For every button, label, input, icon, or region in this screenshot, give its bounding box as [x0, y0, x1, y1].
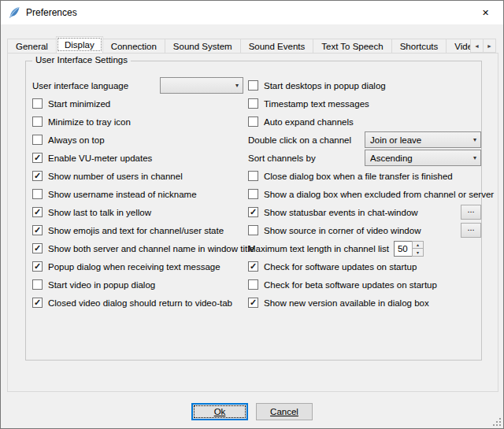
checkbox[interactable]: ✓: [248, 116, 258, 127]
spin-up-button[interactable]: ▴: [413, 242, 423, 249]
checkbox-label: Check for beta software updates on start…: [264, 280, 437, 290]
checkbox-label: Closed video dialog should return to vid…: [48, 298, 232, 308]
checkbox-row: ✓ Show number of users in channel: [32, 167, 243, 185]
close-button[interactable]: ✕: [468, 1, 503, 24]
checkbox[interactable]: ✓: [248, 189, 258, 199]
checkbox-label: Start desktops in popup dialog: [264, 81, 386, 91]
tab-label: General: [16, 42, 48, 51]
sort-channels-row: Sort channels by Ascending ▾: [248, 149, 481, 167]
checkbox-row: ✓ Show username instead of nickname: [32, 185, 243, 203]
tab-scroll-buttons: ◄ ►: [470, 39, 496, 53]
checkbox-label: Show statusbar events in chat-window: [264, 208, 418, 217]
tab-text-to-speech[interactable]: Text To Speech: [313, 39, 391, 53]
chevron-up-icon: ▴: [417, 242, 419, 247]
tab-general[interactable]: General: [7, 39, 57, 53]
ok-button[interactable]: Ok: [191, 403, 248, 420]
checkbox[interactable]: ✓: [32, 98, 43, 109]
tab-display[interactable]: Display: [56, 36, 103, 53]
tab-label: Shortcuts: [400, 42, 439, 51]
checkbox[interactable]: ✓: [32, 279, 43, 290]
video-source-config-button[interactable]: ...: [461, 223, 481, 238]
tab-shortcuts[interactable]: Shortcuts: [391, 39, 447, 53]
checkbox[interactable]: ✓: [32, 135, 43, 145]
close-icon: ✕: [482, 8, 489, 18]
tab-scroll-left-button[interactable]: ◄: [470, 39, 484, 53]
checkbox[interactable]: ✓: [248, 225, 258, 235]
checkbox-label: Show last to talk in yellow: [48, 208, 151, 217]
double-click-value: Join or leave: [370, 135, 469, 145]
checkbox[interactable]: ✓: [248, 98, 258, 109]
tab-scroll-right-button[interactable]: ►: [483, 39, 496, 53]
check-icon: ✓: [34, 208, 41, 216]
checkbox-label: Show emojis and text for channel/user st…: [48, 226, 224, 235]
max-text-length-spinner: 50 ▴ ▾: [394, 241, 424, 257]
language-label: User interface language: [32, 81, 128, 91]
checkbox-label: Show source in corner of video window: [264, 226, 421, 235]
checkbox-row: ✓ Close dialog box when a file transfer …: [248, 167, 481, 185]
checkbox[interactable]: ✓: [248, 171, 258, 181]
check-icon: ✓: [250, 298, 257, 307]
resize-grip[interactable]: [491, 416, 502, 427]
tab-sound-events[interactable]: Sound Events: [240, 39, 314, 53]
chevron-down-icon: ▾: [235, 82, 239, 89]
tab-connection[interactable]: Connection: [102, 39, 165, 53]
checkbox[interactable]: ✓: [248, 261, 258, 272]
checkbox[interactable]: ✓: [32, 116, 43, 127]
spin-down-button[interactable]: ▾: [413, 248, 423, 256]
chevron-down-icon: ▾: [417, 250, 419, 255]
language-select[interactable]: ▾: [160, 77, 243, 94]
sort-channels-label: Sort channels by: [248, 153, 316, 163]
app-icon-graphic: [8, 6, 20, 19]
double-click-row: Double click on a channel Join or leave …: [248, 131, 481, 149]
check-icon: ✓: [250, 262, 257, 271]
checkbox[interactable]: ✓: [248, 298, 258, 308]
language-row: User interface language ▾: [32, 76, 243, 94]
checkbox-row: ✓ Popup dialog when receiving text messa…: [32, 257, 243, 276]
cancel-button[interactable]: Cancel: [256, 403, 313, 420]
checkbox[interactable]: ✓: [248, 279, 258, 290]
checkbox-row: ✓ Start desktops in popup dialog: [248, 76, 481, 94]
sort-channels-value: Ascending: [370, 153, 469, 163]
checkbox[interactable]: ✓: [32, 189, 43, 199]
checkbox[interactable]: ✓: [32, 298, 43, 308]
checkbox[interactable]: ✓: [32, 171, 43, 181]
checkbox-row: ✓ Show new version available in dialog b…: [248, 294, 481, 312]
double-click-label: Double click on a channel: [248, 135, 351, 145]
checkbox-row: ✓ Enable VU-meter updates: [32, 149, 243, 167]
checkbox-label: Show a dialog box when excluded from cha…: [264, 190, 494, 199]
tab-sound-system[interactable]: Sound System: [165, 39, 241, 53]
checkbox-label: Timestamp text messages: [264, 99, 369, 109]
ok-label: Ok: [214, 407, 226, 416]
arrow-right-icon: ►: [487, 43, 492, 49]
video-source-row: ✓ Show source in corner of video window …: [248, 221, 481, 239]
checkbox[interactable]: ✓: [248, 207, 258, 217]
checkbox[interactable]: ✓: [32, 261, 43, 272]
checkbox-label: Show number of users in channel: [48, 172, 183, 181]
double-click-select[interactable]: Join or leave ▾: [365, 131, 481, 148]
check-icon: ✓: [34, 244, 41, 253]
check-icon: ✓: [34, 172, 41, 180]
checkbox-row: ✓ Minimize to tray icon: [32, 113, 243, 131]
tab-label: Text To Speech: [321, 42, 383, 51]
checkbox[interactable]: ✓: [32, 243, 43, 253]
tab-bar: General Display Connection Sound System …: [7, 36, 498, 53]
check-icon: ✓: [34, 153, 41, 162]
checkbox-row: ✓ Always on top: [32, 131, 243, 149]
checkbox-label: Show new version available in dialog box: [264, 298, 429, 308]
checkbox-row: ✓ Timestamp text messages: [248, 94, 481, 113]
sort-channels-select[interactable]: Ascending ▾: [365, 150, 481, 166]
checkbox-row: ✓ Show emojis and text for channel/user …: [32, 221, 243, 239]
checkbox-row: ✓ Show last to talk in yellow: [32, 203, 243, 221]
spin-buttons: ▴ ▾: [412, 241, 424, 257]
checkbox[interactable]: ✓: [32, 153, 43, 163]
checkbox[interactable]: ✓: [32, 225, 43, 235]
statusbar-events-config-button[interactable]: ...: [461, 205, 481, 220]
checkbox-row: ✓ Show a dialog box when excluded from c…: [248, 185, 481, 203]
checkbox[interactable]: ✓: [248, 80, 258, 91]
check-icon: ✓: [250, 208, 257, 216]
max-text-length-input[interactable]: 50: [394, 241, 412, 257]
tab-label: Sound Events: [249, 42, 306, 51]
arrow-left-icon: ◄: [474, 43, 480, 49]
checkbox[interactable]: ✓: [32, 207, 43, 217]
checkbox-row: ✓ Check for software updates on startup: [248, 257, 481, 276]
